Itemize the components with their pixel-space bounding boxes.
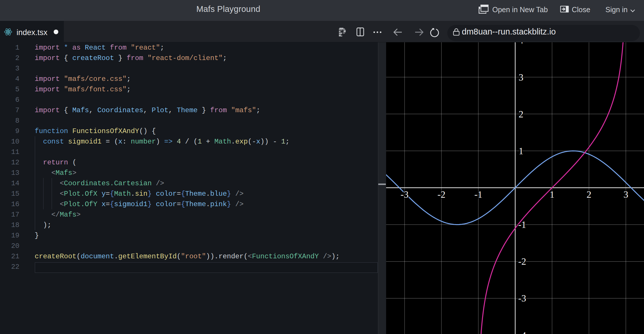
- svg-text:1: 1: [519, 146, 524, 156]
- svg-text:-3: -3: [518, 293, 526, 304]
- svg-text:-1: -1: [518, 219, 526, 230]
- svg-text:3: 3: [623, 189, 628, 200]
- svg-text:-4: -4: [518, 330, 526, 334]
- svg-text:1: 1: [550, 189, 555, 200]
- svg-text:-1: -1: [474, 189, 482, 200]
- svg-text:3: 3: [519, 72, 524, 83]
- svg-text:-2: -2: [518, 256, 526, 267]
- svg-text:-3: -3: [401, 189, 409, 200]
- svg-text:-2: -2: [437, 189, 446, 200]
- svg-text:2: 2: [587, 189, 591, 200]
- svg-text:2: 2: [519, 109, 524, 119]
- svg-text:4: 4: [519, 42, 524, 46]
